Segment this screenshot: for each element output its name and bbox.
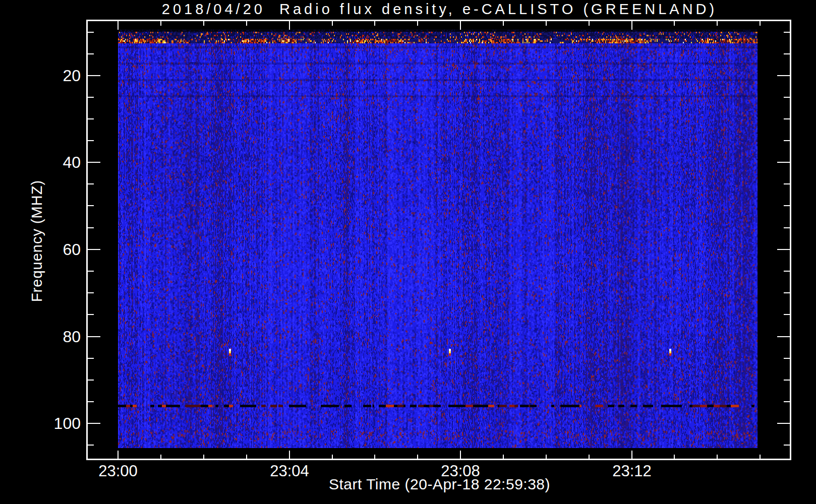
y-minor-tick-left: [88, 380, 94, 381]
x-major-tick-top: [289, 21, 290, 30]
y-minor-tick-right: [784, 401, 790, 402]
x-major-tick-top: [631, 21, 632, 30]
y-minor-tick-left: [88, 118, 94, 119]
y-major-tick-left: [88, 423, 100, 424]
x-minor-tick-bottom: [417, 455, 418, 459]
y-tick-label: 20: [43, 68, 81, 84]
x-minor-tick-top: [417, 21, 418, 26]
x-major-tick-top: [460, 21, 461, 30]
x-major-tick-bottom: [460, 451, 461, 459]
y-minor-tick-right: [784, 205, 790, 206]
x-minor-tick-bottom: [503, 455, 504, 459]
y-minor-tick-left: [88, 32, 94, 33]
x-minor-tick-top: [546, 21, 547, 26]
y-tick-label: 80: [43, 329, 81, 345]
y-major-tick-right: [777, 75, 790, 76]
y-minor-tick-right: [784, 183, 790, 184]
x-minor-tick-top: [246, 21, 247, 26]
x-minor-tick-top: [160, 21, 161, 26]
x-minor-tick-top: [674, 21, 675, 26]
plot-frame: [86, 20, 791, 460]
y-minor-tick-right: [784, 32, 790, 33]
x-minor-tick-top: [332, 21, 333, 26]
y-minor-tick-left: [88, 358, 94, 359]
x-minor-tick-top: [760, 21, 761, 26]
y-minor-tick-left: [88, 97, 94, 98]
y-minor-tick-right: [784, 292, 790, 293]
y-minor-tick-right: [784, 358, 790, 359]
x-minor-tick-bottom: [760, 455, 761, 459]
x-minor-tick-top: [717, 21, 718, 26]
x-major-tick-bottom: [631, 451, 632, 459]
x-minor-tick-bottom: [246, 455, 247, 459]
y-tick-label: 40: [43, 154, 81, 170]
x-minor-tick-bottom: [717, 455, 718, 459]
x-major-tick-bottom: [118, 451, 119, 459]
x-axis-title: Start Time (20-Apr-18 22:59:38): [88, 476, 791, 493]
x-minor-tick-top: [589, 21, 590, 26]
x-minor-tick-bottom: [160, 455, 161, 459]
y-minor-tick-left: [88, 401, 94, 402]
y-tick-label: 100: [43, 415, 81, 431]
x-minor-tick-bottom: [589, 455, 590, 459]
y-axis-title: Frequency (MHZ): [29, 140, 46, 342]
y-minor-tick-right: [784, 445, 790, 446]
x-major-tick-top: [118, 21, 119, 30]
y-minor-tick-right: [784, 53, 790, 54]
y-minor-tick-right: [784, 118, 790, 119]
y-major-tick-left: [88, 336, 100, 337]
y-minor-tick-right: [784, 271, 790, 272]
y-minor-tick-right: [784, 314, 790, 315]
y-major-tick-left: [88, 249, 100, 250]
x-minor-tick-bottom: [546, 455, 547, 459]
y-major-tick-right: [777, 423, 790, 424]
y-minor-tick-left: [88, 314, 94, 315]
y-major-tick-right: [777, 249, 790, 250]
y-minor-tick-left: [88, 271, 94, 272]
y-major-tick-left: [88, 75, 100, 76]
y-minor-tick-right: [784, 140, 790, 141]
x-major-tick-bottom: [289, 451, 290, 459]
y-tick-label: 60: [43, 241, 81, 258]
y-minor-tick-left: [88, 445, 94, 446]
y-minor-tick-left: [88, 140, 94, 141]
y-minor-tick-left: [88, 227, 94, 228]
x-minor-tick-top: [374, 21, 375, 26]
y-minor-tick-left: [88, 183, 94, 184]
x-minor-tick-bottom: [374, 455, 375, 459]
spectrogram-page: 2018/04/20 Radio flux density, e-CALLIST…: [0, 0, 816, 504]
y-minor-tick-right: [784, 380, 790, 381]
x-minor-tick-bottom: [332, 455, 333, 459]
y-major-tick-right: [777, 162, 790, 163]
y-minor-tick-left: [88, 205, 94, 206]
x-minor-tick-top: [203, 21, 204, 26]
y-minor-tick-left: [88, 53, 94, 54]
y-minor-tick-right: [784, 227, 790, 228]
y-major-tick-left: [88, 162, 100, 163]
x-minor-tick-bottom: [674, 455, 675, 459]
chart-title: 2018/04/20 Radio flux density, e-CALLIST…: [88, 1, 791, 18]
y-minor-tick-right: [784, 97, 790, 98]
x-minor-tick-bottom: [203, 455, 204, 459]
y-minor-tick-left: [88, 292, 94, 293]
y-major-tick-right: [777, 336, 790, 337]
x-minor-tick-top: [503, 21, 504, 26]
